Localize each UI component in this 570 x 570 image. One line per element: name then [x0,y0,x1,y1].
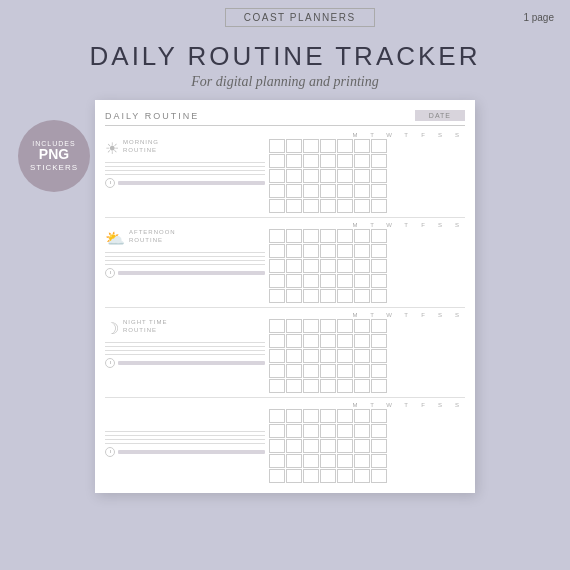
checkbox-cell[interactable] [371,364,387,378]
checkbox-cell[interactable] [286,439,302,453]
checkbox-cell[interactable] [269,379,285,393]
checkbox-cell[interactable] [354,229,370,243]
checkbox-cell[interactable] [354,184,370,198]
checkbox-cell[interactable] [320,364,336,378]
checkbox-cell[interactable] [286,319,302,333]
checkbox-cell[interactable] [354,349,370,363]
checkbox-cell[interactable] [303,184,319,198]
checkbox-cell[interactable] [269,349,285,363]
checkbox-cell[interactable] [269,439,285,453]
checkbox-cell[interactable] [320,274,336,288]
checkbox-cell[interactable] [286,409,302,423]
checkbox-cell[interactable] [303,454,319,468]
checkbox-cell[interactable] [286,289,302,303]
checkbox-cell[interactable] [354,379,370,393]
checkbox-cell[interactable] [286,379,302,393]
checkbox-cell[interactable] [269,199,285,213]
checkbox-cell[interactable] [371,334,387,348]
checkbox-cell[interactable] [371,139,387,153]
checkbox-cell[interactable] [320,154,336,168]
checkbox-cell[interactable] [303,469,319,483]
checkbox-cell[interactable] [371,469,387,483]
checkbox-cell[interactable] [286,184,302,198]
checkbox-cell[interactable] [371,319,387,333]
checkbox-cell[interactable] [303,349,319,363]
checkbox-cell[interactable] [337,169,353,183]
checkbox-cell[interactable] [269,139,285,153]
checkbox-cell[interactable] [320,199,336,213]
checkbox-cell[interactable] [337,469,353,483]
checkbox-cell[interactable] [269,169,285,183]
checkbox-cell[interactable] [286,424,302,438]
checkbox-cell[interactable] [269,154,285,168]
checkbox-cell[interactable] [354,334,370,348]
checkbox-cell[interactable] [269,289,285,303]
checkbox-cell[interactable] [337,349,353,363]
checkbox-cell[interactable] [371,349,387,363]
checkbox-cell[interactable] [354,439,370,453]
checkbox-cell[interactable] [337,199,353,213]
checkbox-cell[interactable] [269,409,285,423]
checkbox-cell[interactable] [320,244,336,258]
checkbox-cell[interactable] [354,289,370,303]
checkbox-cell[interactable] [286,259,302,273]
checkbox-cell[interactable] [337,184,353,198]
checkbox-cell[interactable] [371,259,387,273]
checkbox-cell[interactable] [337,139,353,153]
checkbox-cell[interactable] [286,154,302,168]
checkbox-cell[interactable] [303,274,319,288]
checkbox-cell[interactable] [337,409,353,423]
checkbox-cell[interactable] [337,319,353,333]
checkbox-cell[interactable] [354,424,370,438]
checkbox-cell[interactable] [371,169,387,183]
checkbox-cell[interactable] [354,139,370,153]
checkbox-cell[interactable] [371,199,387,213]
checkbox-cell[interactable] [354,169,370,183]
checkbox-cell[interactable] [303,409,319,423]
checkbox-cell[interactable] [303,244,319,258]
checkbox-cell[interactable] [303,439,319,453]
checkbox-cell[interactable] [269,244,285,258]
checkbox-cell[interactable] [303,199,319,213]
checkbox-cell[interactable] [320,139,336,153]
checkbox-cell[interactable] [269,319,285,333]
checkbox-cell[interactable] [286,169,302,183]
checkbox-cell[interactable] [303,334,319,348]
checkbox-cell[interactable] [371,274,387,288]
checkbox-cell[interactable] [320,169,336,183]
checkbox-cell[interactable] [303,364,319,378]
checkbox-cell[interactable] [269,469,285,483]
checkbox-cell[interactable] [354,454,370,468]
checkbox-cell[interactable] [354,154,370,168]
checkbox-cell[interactable] [320,184,336,198]
checkbox-cell[interactable] [337,244,353,258]
checkbox-cell[interactable] [371,289,387,303]
checkbox-cell[interactable] [337,289,353,303]
checkbox-cell[interactable] [320,439,336,453]
checkbox-cell[interactable] [286,364,302,378]
checkbox-cell[interactable] [320,334,336,348]
checkbox-cell[interactable] [320,424,336,438]
checkbox-cell[interactable] [320,454,336,468]
checkbox-cell[interactable] [354,274,370,288]
checkbox-cell[interactable] [269,184,285,198]
checkbox-cell[interactable] [303,424,319,438]
checkbox-cell[interactable] [320,319,336,333]
checkbox-cell[interactable] [286,349,302,363]
checkbox-cell[interactable] [320,349,336,363]
checkbox-cell[interactable] [269,364,285,378]
checkbox-cell[interactable] [320,259,336,273]
checkbox-cell[interactable] [286,274,302,288]
checkbox-cell[interactable] [320,229,336,243]
checkbox-cell[interactable] [286,199,302,213]
checkbox-cell[interactable] [320,379,336,393]
checkbox-cell[interactable] [286,244,302,258]
checkbox-cell[interactable] [337,364,353,378]
checkbox-cell[interactable] [337,154,353,168]
checkbox-cell[interactable] [303,169,319,183]
checkbox-cell[interactable] [354,469,370,483]
checkbox-cell[interactable] [337,379,353,393]
checkbox-cell[interactable] [354,409,370,423]
checkbox-cell[interactable] [286,139,302,153]
checkbox-cell[interactable] [337,439,353,453]
